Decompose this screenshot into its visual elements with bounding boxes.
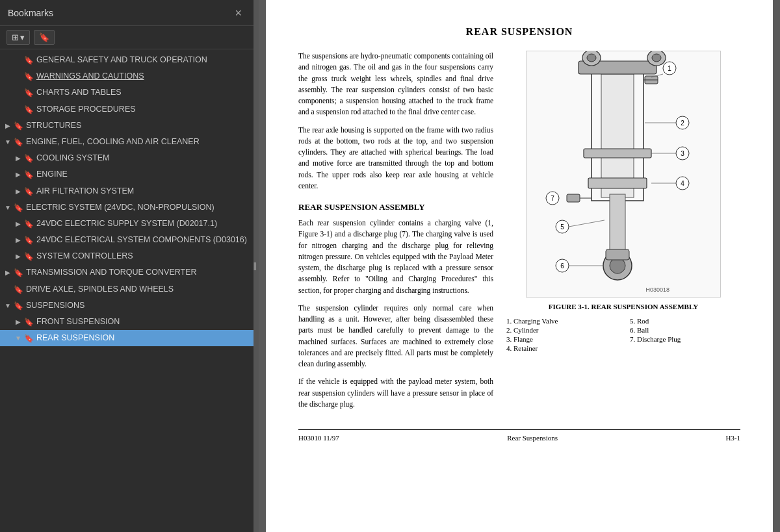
bookmark-icon: 🔖 xyxy=(23,105,34,115)
svg-rect-2 xyxy=(610,194,625,253)
sidebar-item-24vdc-supply[interactable]: ▶ 🔖 24VDC ELECTRIC SUPPLY SYSTEM (D02017… xyxy=(0,216,254,232)
svg-text:7: 7 xyxy=(551,195,554,202)
bookmark-icon: 🔖 xyxy=(13,121,23,131)
sidebar-header: Bookmarks × xyxy=(0,0,254,26)
resize-divider[interactable]: ▌ xyxy=(254,0,259,532)
bookmark-icon: 🔖 xyxy=(13,285,23,295)
expand-arrow-icon: ▶ xyxy=(13,318,23,327)
bookmark-icon: 🔖 xyxy=(23,333,34,344)
sidebar-item-label: STORAGE PROCEDURES xyxy=(36,104,248,115)
sidebar-item-electric-system[interactable]: ▼ 🔖 ELECTRIC SYSTEM (24VDC, NON-PROPULSI… xyxy=(0,199,254,216)
sidebar-item-label: 24VDC ELECTRICAL SYSTEM COMPONENTS (D030… xyxy=(36,234,248,246)
sidebar-item-structures[interactable]: ▶ 🔖 STRUCTURES xyxy=(0,118,254,134)
sidebar-item-label: ENGINE, FUEL, COOLING AND AIR CLEANER xyxy=(26,136,248,147)
intro-paragraph-1: The suspensions are hydro-pneumatic comp… xyxy=(298,51,493,118)
svg-point-6 xyxy=(587,54,596,62)
svg-point-7 xyxy=(652,54,661,62)
footer-left: H03010 11/97 xyxy=(298,434,339,442)
part-item xyxy=(630,344,740,352)
sidebar-item-label: TRANSMISSION AND TORQUE CONVERTER xyxy=(26,267,248,278)
collapse-arrow-icon: ▼ xyxy=(3,301,13,310)
bookmark-icon: 🔖 xyxy=(23,186,34,197)
page-container: REAR SUSPENSION The suspensions are hydr… xyxy=(266,0,773,532)
bookmark-icon: 🔖 xyxy=(23,235,34,246)
content-wrapper: The suspensions are hydro-pneumatic comp… xyxy=(298,51,740,416)
sidebar-title: Bookmarks xyxy=(8,8,53,18)
intro-paragraph-2: The rear axle housing is supported on th… xyxy=(298,125,493,192)
page-footer: H03010 11/97 Rear Suspensions H3-1 xyxy=(298,429,740,442)
page-title: REAR SUSPENSION xyxy=(298,26,740,38)
sidebar-item-label: CHARTS AND TABLES xyxy=(36,87,248,98)
sidebar-item-label: ENGINE xyxy=(36,169,248,180)
svg-line-27 xyxy=(569,220,604,227)
sidebar-item-transmission[interactable]: ▶ 🔖 TRANSMISSION AND TORQUE CONVERTER xyxy=(0,264,254,281)
bookmark-button[interactable]: 🔖 xyxy=(34,30,55,45)
collapse-arrow-icon: ▼ xyxy=(3,138,13,147)
collapse-arrow-icon: ▼ xyxy=(13,334,23,343)
sidebar-item-warnings[interactable]: 🔖 WARNINGS AND CAUTIONS xyxy=(0,68,254,84)
svg-text:H030018: H030018 xyxy=(645,286,670,293)
sidebar-item-label: STRUCTURES xyxy=(26,120,248,131)
sidebar-item-24vdc-components[interactable]: ▶ 🔖 24VDC ELECTRICAL SYSTEM COMPONENTS (… xyxy=(0,232,254,248)
sidebar-item-air-filtration[interactable]: ▶ 🔖 AIR FILTRATION SYSTEM xyxy=(0,183,254,199)
part-item: 2. Cylinder xyxy=(506,326,617,334)
part-item: 3. Flange xyxy=(506,335,617,343)
sidebar-item-rear-suspension[interactable]: ▼ 🔖 REAR SUSPENSION xyxy=(0,330,254,346)
bookmark-icon: 🔖 xyxy=(23,251,34,262)
footer-right: H3-1 xyxy=(725,434,740,442)
bookmark-icon: 🔖 xyxy=(23,153,34,164)
svg-text:3: 3 xyxy=(681,150,684,157)
sidebar-item-label: SYSTEM CONTROLLERS xyxy=(36,251,248,262)
close-button[interactable]: × xyxy=(231,6,246,20)
sidebar-toolbar: ⊞ ▾ 🔖 xyxy=(0,26,254,49)
svg-rect-10 xyxy=(584,149,651,158)
sidebar-item-charts[interactable]: 🔖 CHARTS AND TABLES xyxy=(0,84,254,101)
text-column: The suspensions are hydro-pneumatic comp… xyxy=(298,51,493,416)
bookmark-icon: 🔖 xyxy=(39,32,49,42)
sidebar: Bookmarks × ⊞ ▾ 🔖 🔖 GENERAL SAFETY AND T… xyxy=(0,0,254,532)
sidebar-item-general-safety[interactable]: 🔖 GENERAL SAFETY AND TRUCK OPERATION xyxy=(0,52,254,68)
svg-rect-16 xyxy=(606,249,629,260)
sidebar-item-label: GENERAL SAFETY AND TRUCK OPERATION xyxy=(36,55,248,66)
sidebar-item-suspensions[interactable]: ▼ 🔖 SUSPENSIONS xyxy=(0,298,254,314)
sidebar-item-storage[interactable]: 🔖 STORAGE PROCEDURES xyxy=(0,101,254,118)
sidebar-item-label: DRIVE AXLE, SPINDLES AND WHEELS xyxy=(26,284,248,295)
part-item: 6. Ball xyxy=(630,326,740,334)
footer-center: Rear Suspensions xyxy=(507,434,558,442)
expand-arrow-icon: ▶ xyxy=(13,187,23,196)
figure-caption: FIGURE 3-1. REAR SUSPENSION ASSEMBLY xyxy=(549,303,698,310)
dropdown-arrow-icon: ▾ xyxy=(20,32,25,42)
sidebar-item-label: WARNINGS AND CAUTIONS xyxy=(36,71,248,82)
bookmark-icon: 🔖 xyxy=(23,88,34,98)
sidebar-item-label: 24VDC ELECTRIC SUPPLY SYSTEM (D02017.1) xyxy=(36,218,248,229)
sidebar-item-drive-axle[interactable]: 🔖 DRIVE AXLE, SPINDLES AND WHEELS xyxy=(0,281,254,298)
assembly-heading: REAR SUSPENSION ASSEMBLY xyxy=(298,202,493,212)
sidebar-item-cooling[interactable]: ▶ 🔖 COOLING SYSTEM xyxy=(0,150,254,166)
part-item: 4. Retainer xyxy=(506,344,617,352)
svg-text:5: 5 xyxy=(560,223,564,231)
sidebar-item-label: FRONT SUSPENSION xyxy=(36,316,248,327)
part-item: 5. Rod xyxy=(630,317,740,325)
svg-point-13 xyxy=(610,258,625,273)
sidebar-item-system-controllers[interactable]: ▶ 🔖 SYSTEM CONTROLLERS xyxy=(0,248,254,264)
parts-list: 1. Charging Valve 5. Rod 2. Cylinder 6. … xyxy=(506,317,740,352)
sidebar-item-front-suspension[interactable]: ▶ 🔖 FRONT SUSPENSION xyxy=(0,314,254,330)
sidebar-tree: 🔖 GENERAL SAFETY AND TRUCK OPERATION 🔖 W… xyxy=(0,49,254,532)
figure-column: 1 2 3 4 5 xyxy=(506,51,740,416)
sidebar-item-engine[interactable]: ▶ 🔖 ENGINE xyxy=(0,166,254,183)
expand-arrow-icon: ▶ xyxy=(13,170,23,179)
expand-arrow-icon: ▶ xyxy=(3,121,13,131)
expand-arrow-icon: ▶ xyxy=(13,220,23,229)
bookmark-icon: 🔖 xyxy=(23,317,34,327)
sidebar-item-engine-fuel[interactable]: ▼ 🔖 ENGINE, FUEL, COOLING AND AIR CLEANE… xyxy=(0,134,254,150)
figure-diagram: 1 2 3 4 5 xyxy=(526,51,721,298)
expand-arrow-icon: ▶ xyxy=(3,268,13,277)
assembly-paragraph-2: The suspension cylinder requires only no… xyxy=(298,303,493,370)
svg-text:1: 1 xyxy=(668,65,671,72)
assembly-paragraph-3: If the vehicle is equipped with the payl… xyxy=(298,376,493,410)
sidebar-item-label: SUSPENSIONS xyxy=(26,300,248,311)
sidebar-item-label: AIR FILTRATION SYSTEM xyxy=(36,186,248,197)
bookmark-icon: 🔖 xyxy=(13,203,23,213)
view-dropdown-button[interactable]: ⊞ ▾ xyxy=(6,30,30,45)
main-content: REAR SUSPENSION The suspensions are hydr… xyxy=(259,0,780,532)
